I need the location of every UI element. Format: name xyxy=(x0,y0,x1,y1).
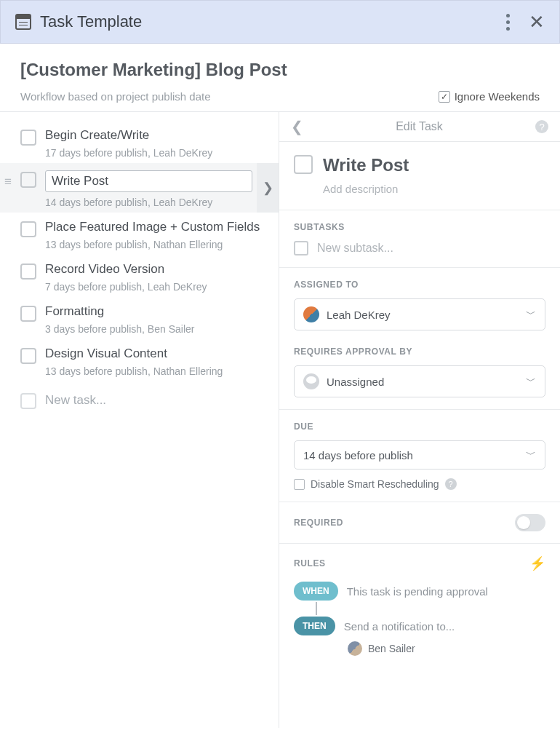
approval-select[interactable]: Unassigned ﹀ xyxy=(294,365,545,397)
assigned-section: ASSIGNED TO Leah DeKrey ﹀ REQUIRES APPRO… xyxy=(279,267,560,409)
back-icon[interactable]: ❮ xyxy=(291,118,303,135)
due-select[interactable]: 14 days before publish ﹀ xyxy=(294,440,545,469)
chevron-down-icon: ﹀ xyxy=(526,448,536,461)
new-subtask-placeholder: New subtask... xyxy=(317,242,393,255)
task-row[interactable]: Design Visual Content 13 days before pub… xyxy=(0,339,279,381)
chevron-down-icon: ﹀ xyxy=(526,375,536,388)
task-list: Begin Create/Write 17 days before publis… xyxy=(0,112,279,728)
rule-when-text: This task is pending approval xyxy=(347,585,488,598)
approval-label: REQUIRES APPROVAL BY xyxy=(294,346,545,357)
task-checkbox[interactable] xyxy=(20,172,36,188)
then-pill: THEN xyxy=(294,617,335,635)
task-row[interactable]: Begin Create/Write 17 days before publis… xyxy=(0,121,279,163)
task-title: Begin Create/Write xyxy=(45,128,265,143)
task-row[interactable]: Place Featured Image + Custom Fields 13 … xyxy=(0,213,279,255)
detail-header-title: Edit Task xyxy=(396,120,443,133)
project-title: [Customer Marketing] Blog Post xyxy=(20,60,540,80)
when-pill: WHEN xyxy=(294,582,338,601)
task-title: Place Featured Image + Custom Fields xyxy=(45,220,265,234)
required-toggle[interactable] xyxy=(515,514,545,531)
new-task-row[interactable]: New task... xyxy=(0,381,279,413)
task-row[interactable]: Record Video Version 7 days before publi… xyxy=(0,255,279,297)
rules-section: RULES ⚡ WHEN This task is pending approv… xyxy=(279,543,560,667)
task-title: Design Visual Content xyxy=(45,346,265,361)
disable-resched-label: Disable Smart Rescheduling xyxy=(311,478,439,490)
task-meta: 3 days before publish, Ben Sailer xyxy=(45,323,265,335)
close-icon[interactable]: ✕ xyxy=(529,12,545,31)
due-section: DUE 14 days before publish ﹀ Disable Sma… xyxy=(279,409,560,502)
help-icon[interactable]: ? xyxy=(535,120,548,133)
task-title: Formatting xyxy=(45,304,265,319)
task-title-input[interactable] xyxy=(45,170,252,192)
avatar-icon xyxy=(303,306,319,322)
task-title: Record Video Version xyxy=(45,262,265,277)
due-label: DUE xyxy=(294,421,545,432)
task-checkbox[interactable] xyxy=(20,221,36,237)
ignore-weekends-label: Ignore Weekends xyxy=(455,90,540,103)
disable-resched-checkbox[interactable] xyxy=(294,479,305,490)
task-checkbox[interactable] xyxy=(20,348,36,364)
more-menu-icon[interactable] xyxy=(506,14,510,31)
task-complete-checkbox[interactable] xyxy=(294,155,313,174)
rule-when[interactable]: WHEN This task is pending approval xyxy=(294,582,545,601)
due-value: 14 days before publish xyxy=(303,449,413,461)
task-checkbox xyxy=(20,393,36,409)
rule-person: Ben Sailer xyxy=(368,643,415,654)
drag-handle-icon[interactable]: ≡ xyxy=(4,175,12,189)
task-checkbox[interactable] xyxy=(20,130,36,146)
subtasks-section: SUBTASKS New subtask... xyxy=(279,210,560,267)
avatar-icon xyxy=(348,641,362,656)
chevron-down-icon: ﹀ xyxy=(526,308,536,321)
template-icon xyxy=(15,14,31,30)
task-detail-panel: ❮ Edit Task ? Write Post Add description… xyxy=(279,112,560,728)
workflow-subtitle: Workflow based on project publish date xyxy=(20,90,211,103)
rules-label: RULES xyxy=(294,558,326,568)
header: [Customer Marketing] Blog Post Workflow … xyxy=(0,44,560,111)
required-section: REQUIRED xyxy=(279,502,560,543)
assigned-select[interactable]: Leah DeKrey ﹀ xyxy=(294,298,545,330)
task-meta: 14 days before publish, Leah DeKrey xyxy=(45,197,252,208)
new-task-placeholder: New task... xyxy=(45,393,106,408)
bolt-icon[interactable]: ⚡ xyxy=(529,555,545,571)
rule-then[interactable]: THEN Send a notification to... xyxy=(294,617,545,635)
task-row[interactable]: Formatting 3 days before publish, Ben Sa… xyxy=(0,297,279,339)
description-input[interactable]: Add description xyxy=(323,183,545,195)
topbar-title: Task Template xyxy=(40,12,142,31)
task-meta: 17 days before publish, Leah DeKrey xyxy=(45,147,265,159)
assigned-label: ASSIGNED TO xyxy=(294,280,545,290)
task-meta: 13 days before publish, Nathan Ellering xyxy=(45,365,265,377)
checkbox-icon: ✓ xyxy=(439,91,450,103)
help-icon[interactable]: ? xyxy=(445,478,457,490)
subtasks-label: SUBTASKS xyxy=(294,222,545,232)
ignore-weekends-toggle[interactable]: ✓ Ignore Weekends xyxy=(439,90,540,103)
new-subtask-row[interactable]: New subtask... xyxy=(294,241,545,255)
task-meta: 7 days before publish, Leah DeKrey xyxy=(45,281,265,293)
subtask-checkbox xyxy=(294,241,308,255)
rule-connector xyxy=(316,602,317,615)
top-bar: Task Template ✕ xyxy=(0,0,560,44)
task-checkbox[interactable] xyxy=(20,306,36,322)
rule-then-text: Send a notification to... xyxy=(344,620,455,633)
avatar-empty-icon xyxy=(303,373,319,389)
task-meta: 13 days before publish, Nathan Ellering xyxy=(45,239,265,250)
task-checkbox[interactable] xyxy=(20,264,36,280)
assigned-value: Leah DeKrey xyxy=(327,309,391,321)
detail-title[interactable]: Write Post xyxy=(323,155,409,175)
approval-value: Unassigned xyxy=(327,376,384,388)
task-row[interactable]: ≡ 14 days before publish, Leah DeKrey ❯ xyxy=(0,163,279,213)
required-label: REQUIRED xyxy=(294,518,343,528)
chevron-right-icon[interactable]: ❯ xyxy=(257,163,279,213)
